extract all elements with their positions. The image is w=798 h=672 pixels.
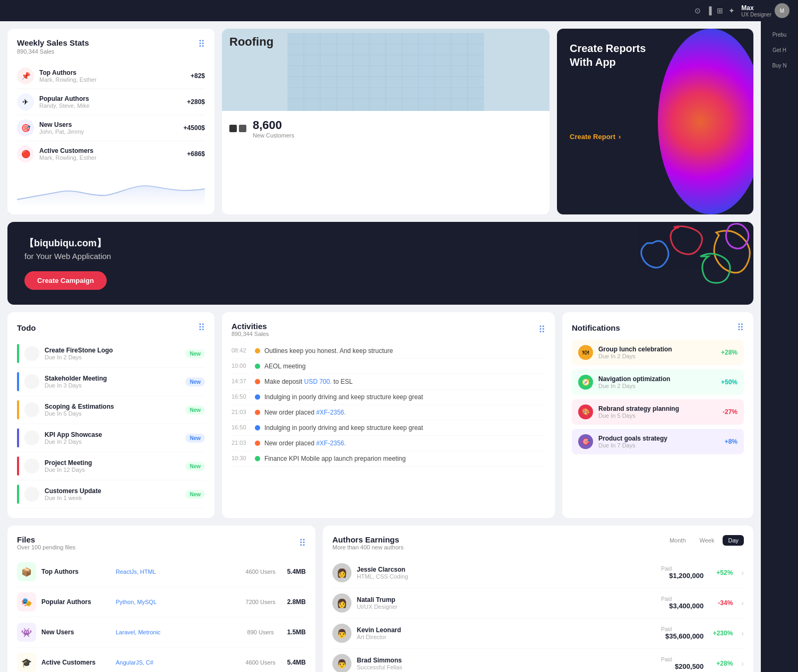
arrow-icon: › [619, 133, 621, 141]
file-size: 5.4MB [287, 659, 306, 666]
file-icon: 🎓 [17, 653, 36, 672]
notif-menu-icon[interactable]: ⠿ [737, 322, 744, 333]
activity-item: 14:37 Make deposit USD 700. to ESL [231, 374, 545, 390]
ae-role: UI/UX Designer [357, 604, 656, 610]
ae-role: HTML, CSS Coding [357, 573, 656, 580]
sales-name: Popular Authors [39, 95, 187, 102]
sales-chart [17, 173, 205, 205]
ae-tab-week[interactable]: Week [694, 535, 720, 546]
sales-item-popular-authors: ✈ Popular Authors Randy, Steve, Mike +28… [17, 89, 205, 115]
file-tags: AngularJS, C# [116, 659, 234, 666]
todo-badge: New [185, 462, 205, 471]
todo-info: Stakeholder Meeting Due In 3 Days [45, 375, 185, 389]
act-link[interactable]: #XF-2356. [316, 440, 346, 447]
files-header: Files Over 100 pending files ⠿ [17, 535, 306, 550]
act-link[interactable]: USD 700. [304, 378, 332, 385]
file-size: 2.8MB [287, 598, 306, 606]
right-sidebar: Prebu Get H Buy N [761, 21, 798, 672]
ae-avatar: 👨 [332, 654, 351, 672]
ae-authors-list: 👩 Jessie Clarcson HTML, CSS Coding Paid … [332, 558, 744, 672]
sales-value: +686$ [187, 150, 205, 158]
nc-square-1 [229, 125, 237, 132]
sales-item-active-customers: 🔴 Active Customers Mark, Rowling, Esther… [17, 141, 205, 167]
sales-desc: Mark, Rowling, Esther [39, 154, 187, 161]
chevron-right-icon[interactable]: › [741, 568, 744, 577]
active-customers-icon: 🔴 [17, 145, 34, 162]
act-text: Outlines keep you honest. And keep struc… [264, 347, 545, 355]
todo-info: KPI App Showcase Due In 2 Days [45, 431, 185, 445]
activities-header: Activities 890,344 Sales ⠿ [231, 322, 545, 337]
nc-icons [229, 125, 246, 132]
ae-info: Brad Simmons Successful Fellas [357, 657, 656, 670]
weekly-sales-title: Weekly Sales Stats [17, 38, 205, 47]
roofing-title: Roofing [229, 35, 273, 49]
weekly-sales-sub: 890,344 Sales [17, 48, 205, 55]
ae-pct: +28% [709, 660, 733, 667]
popular-authors-info: Popular Authors Randy, Steve, Mike [39, 95, 187, 109]
create-campaign-button[interactable]: Create Campaign [24, 271, 107, 290]
card-menu-icon[interactable]: ⠿ [198, 38, 205, 50]
todo-avatar [24, 487, 39, 502]
notif-title: Notifications [572, 323, 620, 332]
sidebar-item-prebu[interactable]: Prebu [773, 32, 787, 38]
act-dot [255, 441, 260, 446]
notif-due: Due In 2 Days [598, 383, 716, 389]
todo-bar [17, 400, 19, 419]
activity-item: 16:50 Indulging in poorly driving and ke… [231, 390, 545, 405]
sidebar-item-geth[interactable]: Get H [773, 47, 786, 53]
ae-author: 👩 Jessie Clarcson HTML, CSS Coding Paid … [332, 558, 744, 588]
file-tags: Laravel, Metronic [116, 629, 234, 635]
act-time: 10:30 [231, 455, 251, 461]
chevron-right-icon[interactable]: › [741, 629, 744, 637]
act-dot [255, 348, 260, 354]
ae-name: Jessie Clarcson [357, 566, 656, 573]
todo-bar [17, 344, 19, 363]
files-title: Files [17, 535, 75, 544]
sales-desc: John, Pat, Jimmy [39, 128, 184, 135]
notif-item: 🎯 Product goals strategy Due In 7 Days +… [572, 429, 744, 454]
notif-info: Product goals strategy Due In 7 Days [598, 435, 719, 449]
activity-item: 10:30 Finance KPI Mobile app launch prep… [231, 451, 545, 467]
sales-value: +4500$ [184, 124, 205, 132]
sales-name: New Users [39, 121, 184, 128]
create-report-text: Create Report [570, 133, 615, 141]
act-text: Finance KPI Mobile app launch preparion … [264, 455, 545, 462]
nc-square-2 [239, 125, 246, 132]
todo-name: Stakeholder Meeting [45, 375, 185, 382]
ae-author: 👨 Kevin Leonard Art Director Paid $35,60… [332, 618, 744, 649]
ae-tab-day[interactable]: Day [723, 535, 744, 546]
todo-menu-icon[interactable]: ⠿ [198, 322, 205, 333]
ae-avatar: 👩 [332, 593, 351, 613]
roofing-card: Roofing 8,600 New Customers [222, 29, 550, 214]
new-customers-count: 8,600 [253, 118, 294, 132]
notif-pct: -27% [723, 408, 737, 416]
topbar-user: Max UX Designer M [741, 3, 790, 18]
user-name: Max [741, 4, 771, 12]
todo-avatar [24, 346, 39, 361]
grid-icon[interactable]: ⊞ [717, 6, 723, 15]
notif-icon: 🎨 [578, 404, 593, 419]
content-area: ⠿ Weekly Sales Stats 890,344 Sales 📌 Top… [0, 21, 761, 672]
sidebar-item-buyn[interactable]: Buy N [772, 63, 786, 68]
files-menu-icon[interactable]: ⠿ [299, 537, 306, 549]
ae-author: 👨 Brad Simmons Successful Fellas Paid $2… [332, 649, 744, 672]
brightness-icon[interactable]: ✦ [728, 6, 735, 15]
ae-tab-month[interactable]: Month [664, 535, 691, 546]
activities-menu-icon[interactable]: ⠿ [538, 324, 545, 335]
search-icon[interactable]: ⊙ [694, 6, 701, 15]
chevron-right-icon[interactable]: › [741, 599, 744, 607]
sales-desc: Mark, Rowling, Esther [39, 76, 191, 83]
todo-info: Create FireStone Logo Due In 2 Days [45, 347, 185, 360]
act-time: 21:03 [231, 409, 251, 415]
todo-item: Scoping & Estimations Due In 5 Days New [17, 396, 205, 424]
file-item: 🎭 Popular Authors Python, MySQL 7200 Use… [17, 587, 306, 617]
chevron-right-icon[interactable]: › [741, 659, 744, 668]
file-icon: 📦 [17, 562, 36, 581]
activity-item: 08:42 Outlines keep you honest. And keep… [231, 343, 545, 359]
act-link[interactable]: #XF-2356. [316, 409, 346, 416]
todo-name: KPI App Showcase [45, 431, 185, 438]
file-item: 👾 New Users Laravel, Metronic 890 Users … [17, 617, 306, 648]
row-4: Files Over 100 pending files ⠿ 📦 Top Aut… [7, 525, 753, 672]
todo-bar [17, 485, 19, 504]
todo-bar [17, 428, 19, 447]
